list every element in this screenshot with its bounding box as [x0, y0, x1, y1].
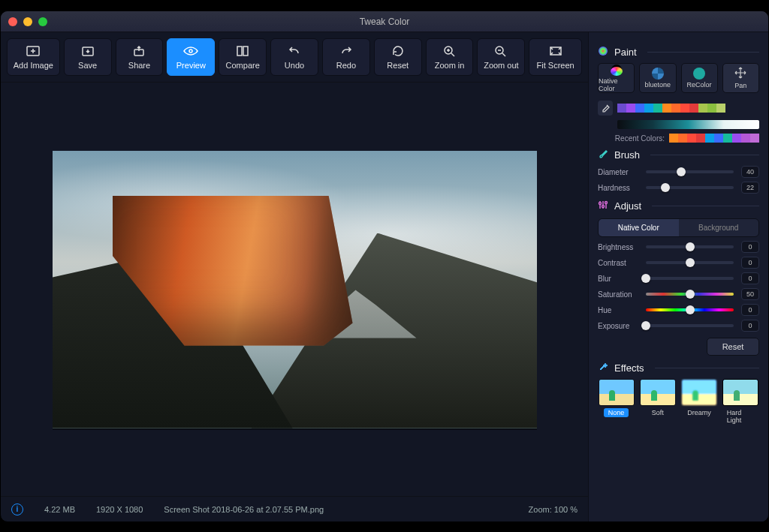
diameter-value: 40: [741, 166, 759, 178]
blur-slider[interactable]: [646, 277, 734, 280]
swatch[interactable]: [617, 104, 626, 113]
color-swatches[interactable]: [617, 104, 725, 113]
contrast-value: 0: [741, 257, 759, 269]
effect-none[interactable]: None: [598, 379, 635, 425]
recent-swatch[interactable]: [732, 134, 741, 143]
svg-rect-5: [243, 47, 248, 56]
swatch[interactable]: [689, 104, 698, 113]
recent-swatch[interactable]: [705, 134, 714, 143]
effects-section-title: Effects: [598, 362, 759, 374]
brightness-slider[interactable]: [646, 245, 734, 248]
adjust-tabs: Native Color Background: [598, 218, 759, 237]
sidebar: Paint Native Color bluetone ReColor: [588, 32, 768, 521]
diameter-slider[interactable]: [646, 170, 734, 173]
recent-swatch[interactable]: [696, 134, 705, 143]
info-icon[interactable]: i: [11, 503, 23, 515]
zoom-out-button[interactable]: Zoom out: [477, 38, 525, 76]
swatch[interactable]: [716, 104, 725, 113]
bluetone-icon: [652, 68, 664, 80]
image-canvas[interactable]: [53, 151, 537, 428]
redo-button[interactable]: Redo: [322, 38, 370, 76]
swatch[interactable]: [680, 104, 689, 113]
blur-value: 0: [741, 272, 759, 284]
compare-icon: [236, 44, 249, 58]
status-filesize: 4.22 MB: [44, 505, 75, 514]
swatch[interactable]: [626, 104, 635, 113]
effect-soft[interactable]: Soft: [639, 379, 676, 425]
zoom-in-button[interactable]: Zoom in: [426, 38, 474, 76]
adjust-section-title: Adjust: [598, 200, 759, 212]
move-icon: [734, 67, 746, 80]
svg-point-14: [605, 202, 608, 204]
svg-point-3: [189, 50, 192, 53]
swatch[interactable]: [644, 104, 653, 113]
recent-swatch[interactable]: [723, 134, 732, 143]
adjust-icon: [598, 200, 608, 212]
pan-tab[interactable]: Pan: [722, 63, 759, 93]
swatch[interactable]: [635, 104, 644, 113]
hardness-label: Hardness: [598, 184, 638, 192]
fit-screen-label: Fit Screen: [537, 61, 574, 70]
swatch[interactable]: [707, 104, 716, 113]
recolor-tab[interactable]: ReColor: [681, 63, 718, 93]
reset-label: Reset: [387, 61, 409, 70]
exposure-label: Exposure: [598, 322, 638, 330]
brush-icon: [598, 149, 608, 161]
tab-native-color[interactable]: Native Color: [599, 219, 679, 236]
hardness-slider[interactable]: [646, 186, 734, 189]
redo-icon: [339, 44, 353, 58]
effect-hardlight[interactable]: Hard Light: [722, 379, 759, 425]
recent-swatch[interactable]: [669, 134, 678, 143]
undo-icon: [288, 44, 301, 58]
undo-button[interactable]: Undo: [270, 38, 318, 76]
status-filename: Screen Shot 2018-06-26 at 2.07.55 PM.png: [164, 505, 324, 514]
hue-slider[interactable]: [646, 308, 734, 311]
save-button[interactable]: Save: [64, 38, 112, 76]
status-bar: i 4.22 MB 1920 X 1080 Screen Shot 2018-0…: [1, 496, 588, 521]
recent-colors[interactable]: [669, 134, 759, 143]
fit-screen-icon: [549, 44, 562, 58]
save-label: Save: [78, 61, 97, 70]
add-image-label: Add Image: [14, 61, 53, 70]
swatch[interactable]: [671, 104, 680, 113]
fit-screen-button[interactable]: Fit Screen: [529, 38, 582, 76]
reset-icon: [391, 44, 405, 58]
exposure-slider[interactable]: [646, 324, 734, 327]
svg-point-9: [599, 47, 608, 56]
plus-file-icon: [26, 44, 40, 58]
contrast-slider[interactable]: [646, 261, 734, 264]
recent-colors-label: Recent Colors:: [615, 134, 665, 143]
recent-swatch[interactable]: [750, 134, 759, 143]
bluetone-tab[interactable]: bluetone: [639, 63, 676, 93]
saturation-slider[interactable]: [646, 293, 734, 296]
share-label: Share: [128, 61, 150, 70]
compare-label: Compare: [226, 61, 260, 70]
redo-label: Redo: [336, 61, 356, 70]
swatch[interactable]: [698, 104, 707, 113]
reset-button[interactable]: Reset: [374, 38, 422, 76]
recent-swatch[interactable]: [678, 134, 687, 143]
recent-swatch[interactable]: [687, 134, 696, 143]
swatch[interactable]: [653, 104, 662, 113]
swatch[interactable]: [662, 104, 671, 113]
recent-swatch[interactable]: [714, 134, 723, 143]
recent-swatch[interactable]: [741, 134, 750, 143]
native-color-tab[interactable]: Native Color: [598, 63, 635, 93]
preview-button[interactable]: Preview: [167, 38, 215, 76]
eyedropper-button[interactable]: [598, 101, 613, 116]
toolbar: Add Image Save Share Preview Compare: [1, 32, 588, 83]
zoom-in-label: Zoom in: [435, 61, 465, 70]
effect-dreamy[interactable]: Dreamy: [681, 379, 718, 425]
adjust-reset-button[interactable]: Reset: [707, 338, 759, 356]
shade-gradient[interactable]: [617, 120, 759, 129]
hue-label: Hue: [598, 306, 638, 314]
tab-background[interactable]: Background: [679, 219, 759, 236]
exposure-value: 0: [741, 320, 759, 332]
diameter-label: Diameter: [598, 168, 638, 176]
app-window: Tweak Color Add Image Save Share P: [0, 11, 769, 522]
share-button[interactable]: Share: [116, 38, 164, 76]
svg-rect-4: [237, 47, 242, 56]
recolor-icon: [693, 68, 705, 80]
add-image-button[interactable]: Add Image: [7, 38, 60, 76]
compare-button[interactable]: Compare: [219, 38, 267, 76]
